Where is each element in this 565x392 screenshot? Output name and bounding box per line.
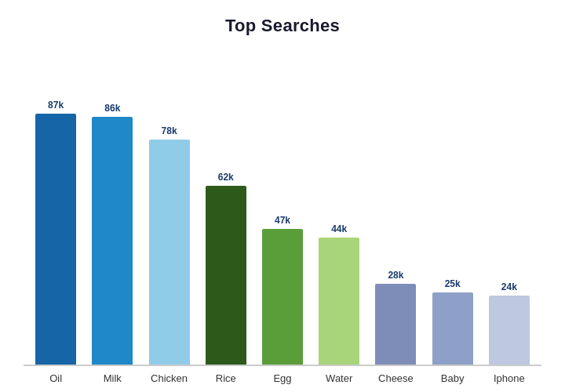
bar-rect-egg — [262, 229, 303, 365]
bar-value-milk: 86k — [104, 103, 120, 114]
bar-value-oil: 87k — [48, 100, 64, 111]
bar-rect-rice — [206, 186, 246, 365]
bar-value-chicken: 78k — [162, 125, 177, 136]
bar-rect-oil — [35, 114, 76, 365]
bar-rect-cheese — [375, 284, 416, 365]
bar-value-baby: 25k — [445, 278, 461, 289]
chart-title: Top Searches — [225, 16, 340, 36]
bar-rect-chicken — [149, 140, 190, 365]
bar-group-oil: 87k — [27, 100, 84, 365]
bar-rect-milk — [92, 117, 133, 365]
bar-value-cheese: 28k — [388, 270, 403, 281]
bar-group-milk: 86k — [84, 100, 140, 365]
bar-rect-water — [319, 238, 359, 365]
bar-rect-baby — [432, 292, 473, 365]
bar-group-water: 44k — [311, 100, 367, 365]
chart-container: 87k86k78k62k47k44k28k25k24k OilMilkChick… — [24, 60, 541, 384]
bar-label-chicken: Chicken — [140, 372, 197, 384]
bars-area: 87k86k78k62k47k44k28k25k24k — [24, 100, 541, 366]
bar-group-chicken: 78k — [140, 100, 197, 365]
bar-group-baby: 25k — [425, 100, 481, 365]
bar-label-baby: Baby — [425, 372, 481, 384]
bar-label-oil: Oil — [27, 372, 84, 384]
bar-value-rice: 62k — [218, 172, 234, 183]
bar-rect-iphone — [489, 296, 530, 365]
bar-value-egg: 47k — [275, 215, 290, 226]
bar-value-water: 44k — [331, 223, 347, 234]
bar-group-cheese: 28k — [367, 100, 424, 365]
bar-group-egg: 47k — [254, 100, 311, 365]
bar-group-rice: 62k — [198, 100, 254, 365]
bar-label-milk: Milk — [84, 372, 140, 384]
bar-group-iphone: 24k — [481, 100, 538, 365]
bar-value-iphone: 24k — [501, 281, 517, 292]
label-area: OilMilkChickenRiceEggWaterCheeseBabyIpho… — [24, 366, 541, 384]
bar-label-water: Water — [311, 372, 367, 384]
bar-label-egg: Egg — [254, 372, 311, 384]
bar-label-cheese: Cheese — [367, 372, 424, 384]
bar-label-iphone: Iphone — [481, 372, 538, 384]
bar-label-rice: Rice — [198, 372, 254, 384]
